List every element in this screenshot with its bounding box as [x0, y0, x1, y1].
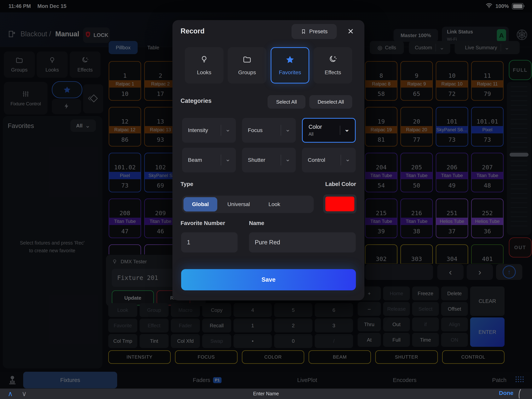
category-dropdown-focus[interactable]: Focus⌄: [242, 118, 296, 143]
kb-done-button[interactable]: Done: [499, 390, 513, 396]
modal-title: Record: [181, 27, 204, 35]
type-option-look[interactable]: Look: [260, 197, 289, 211]
modal-tab-groups[interactable]: Groups: [228, 47, 266, 83]
star-icon: [285, 55, 294, 64]
record-modal: Record Presets × LooksGroupsFavoritesEff…: [172, 20, 364, 300]
name-input[interactable]: Pure Red: [249, 232, 356, 253]
chevron-down-icon: ⌄: [285, 155, 290, 163]
dropdown-label: Control: [308, 157, 325, 163]
category-dropdown-control[interactable]: Control⌄: [302, 148, 356, 172]
chevron-down-icon: ⌄: [225, 126, 230, 133]
label-color-label: Label Color: [307, 181, 356, 187]
modal-tab-label: Looks: [197, 70, 211, 76]
favorite-number-label: Favorite Number: [181, 220, 225, 226]
presets-button[interactable]: Presets: [291, 24, 337, 39]
category-dropdowns: Intensity⌄Focus⌄ColorAll⌄Beam⌄Shutter⌄Co…: [182, 118, 356, 172]
folder-icon: [243, 55, 252, 64]
dropdown-label: Focus: [248, 127, 263, 133]
category-dropdown-color[interactable]: ColorAll⌄: [302, 118, 356, 143]
select-all-button[interactable]: Select All: [267, 95, 305, 109]
category-dropdown-beam[interactable]: Beam⌄: [182, 148, 236, 172]
modal-tab-label: Groups: [238, 70, 256, 76]
divider: [281, 125, 281, 136]
divider: [341, 155, 341, 165]
dropdown-label: Beam: [188, 157, 202, 163]
kb-field-hint: Enter Name: [0, 391, 532, 397]
modal-tab-label: Effects: [325, 70, 341, 76]
modal-tab-label: Favorites: [279, 70, 301, 76]
bookmark-icon: [301, 29, 306, 34]
modal-tab-looks[interactable]: Looks: [185, 47, 223, 83]
keyboard-bar: ∧ ∨ Enter Name Done: [0, 389, 532, 399]
categories-label: Categories: [181, 97, 211, 104]
dropdown-value: All: [309, 132, 314, 137]
favorite-number-input[interactable]: 1: [181, 232, 238, 253]
modal-tab-effects[interactable]: Effects: [314, 47, 352, 83]
name-label: Name: [249, 220, 264, 226]
divider: [281, 155, 281, 165]
type-option-universal[interactable]: Universal: [219, 197, 259, 211]
dropdown-label: Color: [309, 124, 322, 130]
close-icon[interactable]: ×: [345, 24, 356, 38]
label-color-picker[interactable]: [323, 195, 356, 213]
save-button[interactable]: Save: [181, 269, 356, 290]
chevron-down-icon: ⌄: [225, 155, 230, 163]
label-color-swatch: [325, 196, 354, 211]
scribble-icon: [516, 389, 524, 399]
divider: [221, 155, 221, 165]
type-label: Type: [181, 181, 193, 187]
chevron-down-icon: ⌄: [344, 126, 349, 133]
app-screen: 11:46 PM Mon Dec 15 100% Blackout / Manu…: [0, 0, 532, 399]
type-option-global[interactable]: Global: [184, 197, 217, 211]
divider: [340, 126, 340, 135]
bulb-icon: [200, 55, 209, 64]
category-dropdown-shutter[interactable]: Shutter⌄: [242, 148, 296, 172]
divider: [221, 125, 221, 136]
chevron-down-icon: ⌄: [345, 155, 350, 163]
type-segmented-control: GlobalUniversalLook: [182, 196, 314, 213]
deselect-all-button[interactable]: Deselect All: [309, 95, 352, 109]
chevron-down-icon: ⌄: [285, 126, 290, 133]
effects-icon: [329, 55, 337, 64]
category-dropdown-intensity[interactable]: Intensity⌄: [182, 118, 236, 143]
dropdown-label: Shutter: [248, 157, 265, 163]
dropdown-label: Intensity: [188, 127, 208, 133]
modal-tabs: LooksGroupsFavoritesEffects: [185, 47, 352, 83]
modal-tab-favorites[interactable]: Favorites: [271, 47, 309, 83]
